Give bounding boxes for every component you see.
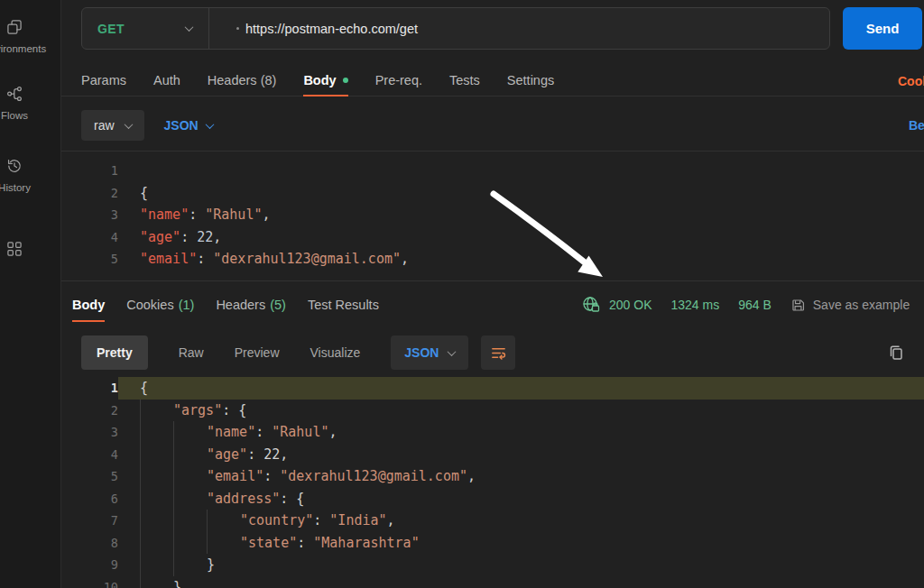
tab-auth[interactable]: Auth <box>153 65 180 96</box>
url-input[interactable]: https://postman-echo.com/get <box>209 22 418 36</box>
cookies-link[interactable]: Cookies <box>898 65 924 96</box>
chevron-down-icon <box>124 120 133 129</box>
view-tab-visualize[interactable]: Visualize <box>310 345 361 360</box>
code-line-6[interactable]: 6"address": { <box>61 488 924 510</box>
code-line-1[interactable]: 1 <box>61 160 924 182</box>
body-format-label: raw <box>94 118 115 133</box>
response-size[interactable]: 964 B <box>738 298 772 312</box>
sidebar-label-environments: Environments <box>0 43 65 54</box>
response-time[interactable]: 1324 ms <box>670 298 719 312</box>
line-number: 10 <box>61 576 118 588</box>
body-format-toolbar: raw JSON Beautify <box>81 108 924 142</box>
code-line-8[interactable]: 8"state": "Maharashtra" <box>61 532 924 555</box>
response-view-toolbar: Pretty Raw Preview Visualize JSON <box>81 335 924 371</box>
code-text: { <box>118 377 924 400</box>
view-tab-raw[interactable]: Raw <box>179 345 204 360</box>
code-text: "country": "India", <box>118 510 924 532</box>
flows-icon <box>5 85 23 103</box>
line-number: 4 <box>61 226 118 249</box>
url-cursor-dot <box>236 27 239 30</box>
history-icon <box>5 157 23 175</box>
line-number: 3 <box>61 421 118 444</box>
response-tab-cookies[interactable]: Cookies (1) <box>126 289 194 321</box>
code-text: "age": 22, <box>118 226 924 249</box>
code-line-3[interactable]: 3"name": "Rahul", <box>61 421 924 444</box>
sidebar-item-environments[interactable]: Environments <box>0 18 61 61</box>
response-body-editor[interactable]: 1{2"args": {3"name": "Rahul",4"age": 22,… <box>61 377 924 588</box>
wrap-lines-button[interactable] <box>481 335 515 370</box>
code-text: "email": "dexrahul123@gmail.com", <box>118 465 924 488</box>
tab-body[interactable]: Body <box>303 65 347 96</box>
divider <box>61 151 924 152</box>
response-tab-body[interactable]: Body <box>72 289 105 321</box>
wrap-lines-icon <box>490 345 507 362</box>
tab-prerequest[interactable]: Pre-req. <box>375 65 422 96</box>
sidebar-item-flows[interactable]: Flows <box>0 85 61 128</box>
line-number: 2 <box>61 400 118 422</box>
code-text: { <box>118 182 924 205</box>
environments-icon <box>5 18 23 36</box>
code-text: "age": 22, <box>118 444 924 466</box>
beautify-link[interactable]: Beautify <box>909 118 924 133</box>
request-tabs: Params Auth Headers (8) Body Pre-req. Te… <box>61 65 924 96</box>
sidebar-item-configure[interactable] <box>0 240 61 283</box>
code-line-3[interactable]: 3"name": "Rahul", <box>61 204 924 226</box>
save-icon <box>790 298 806 313</box>
code-text: } <box>118 576 924 588</box>
code-text: "state": "Maharashtra" <box>118 532 924 555</box>
response-panel-divider <box>61 280 924 281</box>
line-number: 7 <box>61 510 118 532</box>
line-number: 1 <box>61 377 118 400</box>
sidebar-item-history[interactable]: History <box>0 157 61 200</box>
status-code[interactable]: 200 OK <box>609 298 651 312</box>
url-text: https://postman-echo.com/get <box>245 22 418 36</box>
line-number: 8 <box>61 532 118 555</box>
tab-headers[interactable]: Headers (8) <box>208 65 277 96</box>
code-line-2[interactable]: 2"args": { <box>61 400 924 422</box>
line-number: 6 <box>61 488 118 510</box>
code-line-5[interactable]: 5"email": "dexrahul123@gmail.com", <box>61 248 924 271</box>
code-line-5[interactable]: 5"email": "dexrahul123@gmail.com", <box>61 465 924 488</box>
tab-params[interactable]: Params <box>81 65 126 96</box>
view-tab-preview[interactable]: Preview <box>235 345 280 360</box>
save-as-example-button[interactable]: Save as example <box>790 298 910 313</box>
response-tabs: Body Cookies (1) Headers (5) Test Result… <box>72 289 379 321</box>
response-tab-headers[interactable]: Headers (5) <box>216 289 286 321</box>
method-dropdown[interactable]: GET <box>82 8 208 49</box>
line-number: 5 <box>61 465 118 488</box>
code-line-2[interactable]: 2{ <box>61 182 924 205</box>
code-text: } <box>118 554 924 576</box>
tab-settings[interactable]: Settings <box>507 65 554 96</box>
network-globe-icon[interactable] <box>582 296 600 314</box>
code-line-9[interactable]: 9} <box>61 554 924 576</box>
response-tab-test-results[interactable]: Test Results <box>308 289 379 321</box>
code-line-4[interactable]: 4"age": 22, <box>61 226 924 249</box>
code-line-1[interactable]: 1{ <box>61 377 924 400</box>
url-bar: GET https://postman-echo.com/get <box>81 7 830 50</box>
code-line-7[interactable]: 7"country": "India", <box>61 510 924 532</box>
code-line-4[interactable]: 4"age": 22, <box>61 444 924 466</box>
code-text: "email": "dexrahul123@gmail.com", <box>118 248 924 271</box>
code-text: "name": "Rahul", <box>118 204 924 226</box>
line-number: 3 <box>61 204 118 226</box>
sidebar-label-flows: Flows <box>0 110 65 121</box>
cookies-count: (1) <box>179 298 195 312</box>
copy-response-button[interactable] <box>887 344 905 362</box>
body-format-dropdown[interactable]: raw <box>81 110 144 141</box>
view-tab-pretty[interactable]: Pretty <box>81 335 148 370</box>
response-language-dropdown[interactable]: JSON <box>391 335 468 370</box>
copy-icon <box>887 344 905 362</box>
language-label: JSON <box>164 118 199 133</box>
send-button[interactable]: Send <box>843 7 922 50</box>
code-line-10[interactable]: 10} <box>61 576 924 588</box>
method-label: GET <box>97 22 125 36</box>
code-text: "name": "Rahul", <box>118 421 924 444</box>
activity-sidebar: Environments Flows History <box>0 0 61 588</box>
language-dropdown[interactable]: JSON <box>164 118 213 133</box>
request-body-editor[interactable]: 12{3"name": "Rahul",4"age": 22,5"email":… <box>61 160 924 278</box>
response-language-label: JSON <box>404 345 439 360</box>
response-status-bar: 200 OK 1324 ms 964 B Save as example <box>582 289 910 321</box>
grid-icon <box>5 240 23 258</box>
line-number: 5 <box>61 248 118 271</box>
tab-tests[interactable]: Tests <box>449 65 480 96</box>
